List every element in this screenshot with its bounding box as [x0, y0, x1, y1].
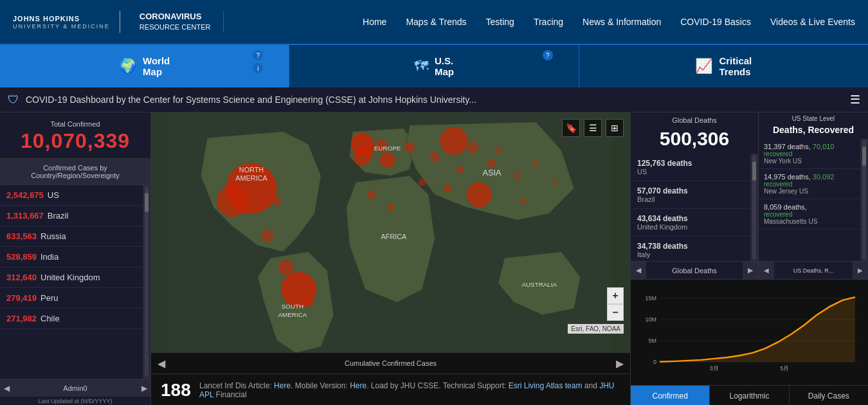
- university-subtitle: UNIVERSITY & MEDICINE: [13, 23, 110, 30]
- country-nav-next[interactable]: ▶: [138, 379, 150, 397]
- lancet-link[interactable]: Here: [274, 381, 291, 390]
- list-button[interactable]: ☰: [584, 119, 602, 137]
- chart-container: 15M 10M 5M 0 3月 5月: [631, 280, 868, 385]
- esri-link[interactable]: Esri Living Atlas team: [509, 381, 583, 390]
- svg-point-5: [440, 127, 467, 155]
- map-prev-button[interactable]: ◀: [158, 357, 165, 370]
- zoom-out-button[interactable]: −: [607, 304, 624, 321]
- svg-point-15: [514, 173, 520, 179]
- tab-daily-cases[interactable]: Daily Cases: [790, 386, 868, 405]
- last-updated: Last Updated at (M/D/YYYY): [0, 397, 150, 405]
- ny-recovered: 70,010: [813, 143, 835, 150]
- svg-text:EUROPE: EUROPE: [374, 145, 401, 152]
- sub-nav-us-map[interactable]: 🗺 U.S.Map ?: [289, 45, 579, 87]
- state-nav-next[interactable]: ▶: [853, 262, 868, 279]
- svg-point-28: [443, 184, 452, 193]
- deaths-nav-label: Global Deaths: [646, 267, 743, 274]
- scroll-track: [145, 186, 149, 377]
- main-content: Total Confirmed 10,070,339 Confirmed Cas…: [0, 113, 868, 405]
- list-item: 125,763 deaths US: [631, 154, 750, 181]
- nav-maps-trends[interactable]: Maps & Trends: [406, 17, 466, 27]
- map-container[interactable]: NORTH AMERICA SOUTH AMERICA EUROPE AFRIC…: [151, 113, 630, 353]
- map-next-button[interactable]: ▶: [616, 357, 624, 370]
- deaths-scroll-track: [752, 155, 756, 260]
- load-label: Load by JHU CSSE. Technical Support:: [371, 381, 507, 390]
- nav-testing[interactable]: Testing: [486, 17, 514, 27]
- deaths-list: 125,763 deaths US 57,070 deaths Brazil 4…: [631, 154, 750, 261]
- critical-trends-label: CriticalTrends: [719, 55, 752, 77]
- nav-videos[interactable]: Videos & Live Events: [770, 17, 855, 27]
- grid-button[interactable]: ⊞: [606, 119, 624, 137]
- map-label: Cumulative Confirmed Cases: [165, 359, 616, 367]
- country-name-india: India: [41, 252, 59, 262]
- ma-name: Massachusetts US: [764, 218, 855, 225]
- list-item: 633,563 Russia: [0, 226, 143, 247]
- deaths-nav-prev[interactable]: ◀: [631, 262, 646, 279]
- university-name: JOHNS HOPKINS: [13, 14, 110, 23]
- death-country-italy: Italy: [637, 251, 744, 258]
- daily-cases-tab-label: Daily Cases: [808, 392, 849, 401]
- menu-icon[interactable]: ☰: [850, 93, 860, 107]
- right-top: Global Deaths 500,306 125,763 deaths US …: [631, 113, 868, 280]
- deaths-header: Global Deaths: [631, 113, 758, 128]
- total-confirmed-label: Total Confirmed: [6, 120, 144, 128]
- map-footer: ◀ Cumulative Confirmed Cases ▶: [151, 353, 630, 374]
- country-count-chile: 271,982: [6, 314, 37, 323]
- ny-recovered-label: recovered: [764, 150, 855, 158]
- world-map-label: WorldMap: [143, 55, 170, 77]
- country-name-peru: Peru: [41, 293, 58, 303]
- nav-tracing[interactable]: Tracing: [534, 17, 563, 27]
- svg-text:AMERICA: AMERICA: [235, 174, 267, 182]
- us-map-icon: 🗺: [414, 58, 428, 75]
- nav-covid-basics[interactable]: COVID-19 Basics: [680, 17, 751, 27]
- map-zoom-controls: + −: [607, 287, 624, 321]
- lancet-label: Lancet Inf Dis Article:: [199, 381, 272, 390]
- state-title: Deaths, Recovered: [759, 123, 868, 139]
- zoom-in-button[interactable]: +: [607, 287, 624, 304]
- title-bar: 🛡 COVID-19 Dashboard by the Center for S…: [0, 87, 868, 113]
- nav-news[interactable]: News & Information: [583, 17, 661, 27]
- list-item: 57,070 deaths Brazil: [631, 181, 750, 209]
- tab-confirmed[interactable]: Confirmed: [631, 386, 710, 405]
- list-item: 31,397 deaths, 70,010 recovered New York…: [759, 139, 860, 169]
- state-panel: US State Level Deaths, Recovered 31,397 …: [759, 113, 868, 279]
- country-count-india: 528,859: [6, 252, 37, 262]
- svg-point-27: [419, 178, 426, 186]
- state-deaths-ma: 8,059 deaths,: [764, 203, 855, 211]
- map-toolbar: 🔖 ☰ ⊞: [562, 119, 624, 137]
- country-scrollbar[interactable]: [143, 185, 150, 379]
- svg-text:10M: 10M: [645, 316, 656, 323]
- nav-home[interactable]: Home: [363, 17, 386, 27]
- and-label: and: [584, 381, 597, 390]
- svg-point-13: [457, 166, 464, 174]
- nj-name: New Jersey US: [764, 188, 855, 195]
- country-count-brazil: 1,313,667: [6, 211, 44, 221]
- bookmark-button[interactable]: 🔖: [562, 119, 580, 137]
- deaths-scrollbar[interactable]: [750, 154, 758, 261]
- nav-links: Home Maps & Trends Testing Tracing News …: [363, 17, 855, 27]
- state-header: US State Level: [759, 113, 868, 123]
- sub-nav-world-map[interactable]: 🌍 WorldMap ? i: [0, 45, 289, 87]
- country-name-us: US: [48, 190, 59, 200]
- ma-deaths: 8,059 deaths,: [764, 203, 807, 211]
- financial-label: Financial: [216, 390, 247, 399]
- svg-point-2: [217, 185, 248, 217]
- state-list: 31,397 deaths, 70,010 recovered New York…: [759, 139, 860, 261]
- svg-text:AFRICA: AFRICA: [381, 233, 407, 240]
- us-info-badge: ?: [543, 50, 553, 60]
- country-list-header: Confirmed Cases byCountry/Region/Soverei…: [0, 159, 150, 185]
- sub-nav-critical-trends[interactable]: 📈 CriticalTrends: [579, 45, 868, 87]
- tab-logarithmic[interactable]: Logarithmic: [710, 386, 789, 405]
- svg-point-6: [467, 182, 492, 207]
- svg-point-17: [271, 196, 282, 206]
- svg-point-25: [520, 198, 527, 204]
- country-count-peru: 279,419: [6, 293, 37, 303]
- mobile-link[interactable]: Here: [350, 381, 366, 390]
- state-nav-prev[interactable]: ◀: [759, 262, 774, 279]
- right-panel: Global Deaths 500,306 125,763 deaths US …: [630, 113, 868, 405]
- list-item: 312,640 United Kingdom: [0, 267, 143, 288]
- state-scrollbar[interactable]: [860, 139, 868, 261]
- country-name-russia: Russia: [41, 231, 66, 241]
- deaths-nav-next[interactable]: ▶: [743, 262, 758, 279]
- country-nav-prev[interactable]: ◀: [0, 379, 13, 397]
